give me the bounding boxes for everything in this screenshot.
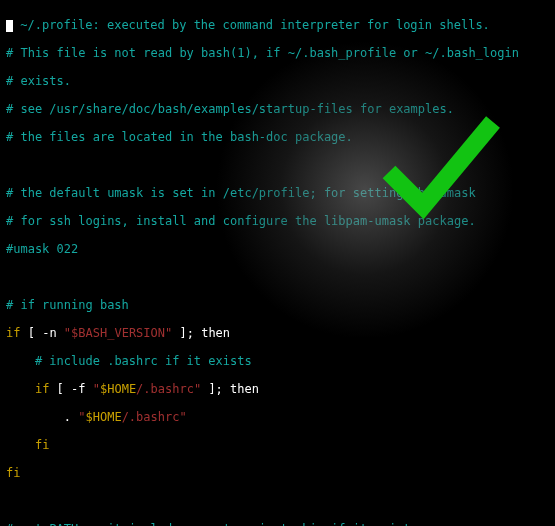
code: fi xyxy=(6,466,20,480)
comment: #umask 022 xyxy=(6,242,78,256)
code: . "$HOME/.bashrc" xyxy=(6,410,187,424)
comment: # This file is not read by bash(1), if ~… xyxy=(6,46,519,60)
comment: ~/.profile: executed by the command inte… xyxy=(20,18,490,32)
code: fi xyxy=(6,438,49,452)
cursor xyxy=(6,20,13,32)
comment: # set PATH so it includes user's private… xyxy=(6,522,418,526)
comment: # exists. xyxy=(6,74,71,88)
comment: # the files are located in the bash-doc … xyxy=(6,130,353,144)
comment: # the default umask is set in /etc/profi… xyxy=(6,186,476,200)
comment: # for ssh logins, install and configure … xyxy=(6,214,476,228)
code: if [ -n "$BASH_VERSION" ]; then xyxy=(6,326,230,340)
comment: # include .bashrc if it exists xyxy=(35,354,252,368)
code: if [ -f "$HOME/.bashrc" ]; then xyxy=(6,382,259,396)
comment: # see /usr/share/doc/bash/examples/start… xyxy=(6,102,454,116)
terminal-editor[interactable]: ~/.profile: executed by the command inte… xyxy=(0,0,555,526)
comment: # if running bash xyxy=(6,298,129,312)
